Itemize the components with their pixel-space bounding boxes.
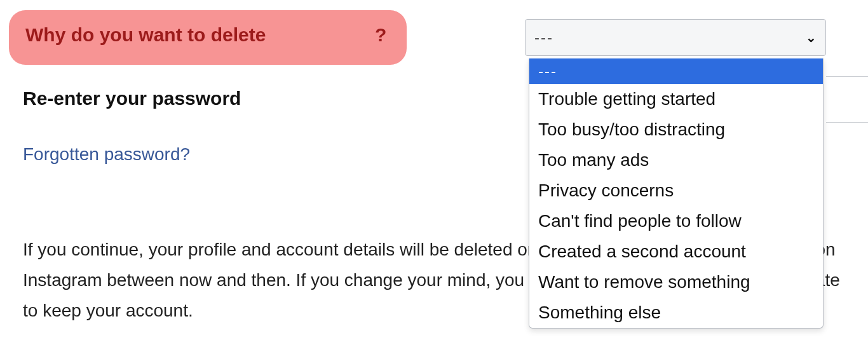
delete-reason-option[interactable]: Can't find people to follow (529, 206, 823, 236)
forgotten-password-link[interactable]: Forgotten password? (23, 144, 190, 165)
delete-reason-option[interactable]: Want to remove something (529, 267, 823, 297)
reenter-password-label: Re-enter your password (23, 88, 241, 109)
delete-reason-select[interactable]: --- ⌄ (525, 19, 826, 56)
delete-reason-option[interactable]: Something else (529, 297, 823, 328)
delete-reason-option[interactable]: --- (529, 58, 823, 84)
delete-reason-select-value: --- (534, 29, 806, 46)
delete-reason-option[interactable]: Created a second account (529, 236, 823, 267)
delete-account-section: Why do you want to delete ? Re-enter you… (0, 0, 868, 354)
chevron-down-icon: ⌄ (806, 30, 817, 45)
delete-reason-option[interactable]: Too many ads (529, 145, 823, 175)
delete-reason-option[interactable]: Privacy concerns (529, 175, 823, 206)
delete-reason-option[interactable]: Too busy/too distracting (529, 114, 823, 145)
question-mark: ? (375, 24, 386, 46)
question-why-delete: Why do you want to delete (25, 24, 266, 46)
delete-reason-option[interactable]: Trouble getting started (529, 84, 823, 114)
section-divider (826, 122, 868, 123)
delete-reason-options: --- Trouble getting started Too busy/too… (529, 58, 824, 329)
section-divider (826, 76, 868, 77)
